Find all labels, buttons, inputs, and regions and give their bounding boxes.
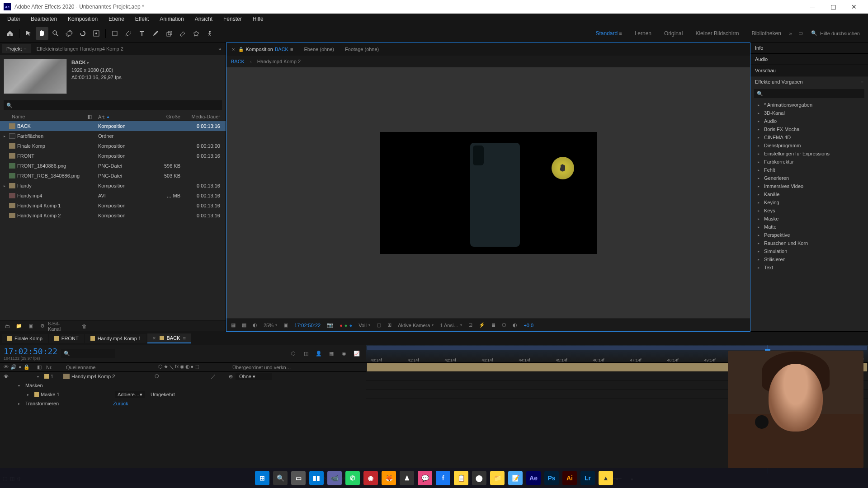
channel-icon[interactable]: ●●● bbox=[338, 323, 354, 328]
eraser-tool[interactable] bbox=[176, 27, 189, 40]
effect-category[interactable]: ▸Immersives Video bbox=[750, 182, 868, 190]
project-item[interactable]: FRONT_1840886.pngPNG-Datei596 KB bbox=[0, 161, 226, 171]
resolution-icon[interactable]: ▣ bbox=[282, 322, 290, 328]
taskbar-app-icon[interactable]: ▭ bbox=[291, 471, 306, 485]
effect-category[interactable]: ▸* Animationsvorgaben bbox=[750, 101, 868, 109]
taskbar-app-icon[interactable]: ⬤ bbox=[472, 471, 486, 485]
pixel-aspect-icon[interactable]: ⊡ bbox=[467, 322, 474, 328]
text-tool[interactable] bbox=[136, 27, 148, 40]
taskbar-app-icon[interactable]: ♟ bbox=[400, 471, 414, 485]
home-tool[interactable] bbox=[4, 27, 16, 40]
graph-editor-icon[interactable]: 📈 bbox=[351, 348, 362, 359]
col-nr[interactable]: Nr. bbox=[46, 365, 64, 370]
puppet-tool[interactable] bbox=[203, 27, 216, 40]
new-comp-icon[interactable]: ▣ bbox=[26, 322, 35, 331]
effect-category[interactable]: ▸Generieren bbox=[750, 174, 868, 182]
breadcrumb-child[interactable]: Handy.mp4 Komp 2 bbox=[257, 59, 301, 64]
panel-overflow[interactable]: » bbox=[216, 46, 224, 52]
timeline-timecode[interactable]: 17:02:50:22 bbox=[4, 347, 57, 356]
effect-category[interactable]: ▸Boris FX Mocha bbox=[750, 125, 868, 133]
camera-dropdown[interactable]: Aktive Kamera bbox=[396, 323, 436, 328]
workspace-lernen[interactable]: Lernen bbox=[630, 28, 656, 38]
effect-category[interactable]: ▸CINEMA 4D bbox=[750, 133, 868, 141]
minimize-button[interactable]: ─ bbox=[802, 0, 823, 14]
mask-twisty[interactable]: ▸ bbox=[27, 393, 33, 397]
project-item[interactable]: Finale KompKomposition0:00:10:00 bbox=[0, 141, 226, 151]
grid-icon[interactable]: ⊞ bbox=[386, 322, 393, 328]
close-button[interactable]: ✕ bbox=[844, 0, 864, 14]
taskbar-app-icon[interactable]: Ae bbox=[526, 471, 541, 485]
effect-category[interactable]: ▸Fehlt bbox=[750, 166, 868, 174]
exposure-value[interactable]: +0,0 bbox=[522, 323, 535, 328]
col-name[interactable]: Name bbox=[4, 114, 87, 120]
roi-icon[interactable]: ▢ bbox=[375, 322, 383, 328]
project-item[interactable]: FRONT_RGB_1840886.pngPNG-Datei503 KB bbox=[0, 171, 226, 181]
taskbar-app-icon[interactable]: 🔍 bbox=[273, 471, 288, 485]
transparency-icon[interactable]: ▩ bbox=[240, 322, 248, 328]
transform-twisty[interactable]: ▸ bbox=[18, 402, 24, 406]
breadcrumb-root[interactable]: BACK bbox=[231, 59, 245, 64]
workspace-original[interactable]: Original bbox=[660, 28, 687, 38]
effect-category[interactable]: ▸Einstellungen für Expressions bbox=[750, 150, 868, 158]
taskbar-app-icon[interactable]: 📹 bbox=[327, 471, 342, 485]
close-icon[interactable]: × bbox=[153, 335, 156, 341]
effect-category[interactable]: ▸Farbkorrektur bbox=[750, 158, 868, 166]
layer-twisty[interactable]: ▾ bbox=[37, 375, 42, 379]
selected-item-name[interactable]: BACK bbox=[71, 59, 222, 66]
project-item[interactable]: Handy.mp4 Komp 2Komposition0:00:13:16 bbox=[0, 211, 226, 221]
timeline-search[interactable]: 🔍 bbox=[61, 349, 115, 358]
video-column-icon[interactable]: 👁 bbox=[4, 364, 9, 370]
layer-row[interactable]: 👁 ▾ 1 Handy.mp4 Komp 2 ⬡／ ⊚ Ohne ▾ bbox=[0, 372, 366, 381]
effect-category[interactable]: ▸Kanäle bbox=[750, 190, 868, 198]
transform-group[interactable]: ▸ Transformieren Zurück bbox=[0, 399, 366, 408]
effect-category[interactable]: ▸Audio bbox=[750, 117, 868, 125]
workspace-standard[interactable]: Standard ≡ bbox=[591, 28, 626, 38]
motion-blur-icon[interactable]: ◉ bbox=[339, 348, 349, 359]
parent-dropdown[interactable]: Ohne ▾ bbox=[236, 373, 272, 380]
col-duration[interactable]: Media-Dauer bbox=[180, 114, 222, 120]
parent-pickwhip-icon[interactable]: ⊚ bbox=[229, 374, 233, 380]
mask-inverted-label[interactable]: Umgekehrt bbox=[151, 392, 175, 397]
effects-list[interactable]: ▸* Animationsvorgaben▸3D-Kanal▸Audio▸Bor… bbox=[750, 100, 868, 272]
new-folder-icon[interactable]: 📁 bbox=[14, 322, 24, 331]
timeline-tab[interactable]: Finale Komp bbox=[2, 334, 48, 343]
taskbar-app-icon[interactable]: ✆ bbox=[345, 471, 360, 485]
close-icon[interactable]: × bbox=[232, 47, 235, 52]
views-dropdown[interactable]: 1 Ansi… bbox=[438, 323, 464, 328]
taskbar-app-icon[interactable]: ▮▮ bbox=[309, 471, 324, 485]
trash-icon[interactable]: 🗑 bbox=[80, 322, 89, 331]
col-parent[interactable]: Übergeordnet und verkn… bbox=[232, 365, 362, 370]
selection-tool[interactable] bbox=[22, 27, 35, 40]
solo-column-icon[interactable]: ● bbox=[19, 364, 22, 370]
taskbar-app-icon[interactable]: 💬 bbox=[418, 471, 432, 485]
timeline-tab[interactable]: Handy.mp4 Komp 1 bbox=[85, 334, 146, 343]
layer-viewer-tab[interactable]: Ebene (ohne) bbox=[300, 45, 338, 54]
col-source[interactable]: Quellenname bbox=[66, 365, 156, 370]
project-item[interactable]: ▸HandyKomposition0:00:13:16 bbox=[0, 181, 226, 191]
taskbar-app-icon[interactable]: f bbox=[436, 471, 450, 485]
bpc-toggle[interactable]: 8-Bit-Kanal bbox=[50, 322, 59, 331]
effect-category[interactable]: ▸3D-Kanal bbox=[750, 109, 868, 117]
masks-twisty[interactable]: ▾ bbox=[18, 384, 24, 388]
effects-panel-header[interactable]: Effekte und Vorgaben≡ bbox=[750, 76, 868, 87]
workspace-bibliotheken[interactable]: Bibliotheken bbox=[747, 28, 785, 38]
workspace-reset-icon[interactable]: ▭ bbox=[796, 30, 806, 36]
mask-row[interactable]: ▸ Maske 1 Addiere… ▾ Umgekehrt bbox=[0, 390, 366, 399]
shape-tool[interactable] bbox=[108, 27, 121, 40]
comp-viewer-tab[interactable]: × 🔒 Komposition BACK ≡ bbox=[228, 45, 297, 54]
project-item[interactable]: Handy.mp4AVI… MB0:00:13:16 bbox=[0, 191, 226, 201]
hand-tool[interactable] bbox=[36, 27, 48, 40]
project-item[interactable]: ▸FarbflächenOrdner bbox=[0, 131, 226, 141]
effect-category[interactable]: ▸Simulation bbox=[750, 247, 868, 255]
project-list[interactable]: BACKKomposition0:00:13:16▸FarbflächenOrd… bbox=[0, 121, 226, 320]
work-area-bar[interactable] bbox=[367, 346, 867, 350]
clone-tool[interactable] bbox=[163, 27, 175, 40]
audio-panel-header[interactable]: Audio bbox=[750, 54, 868, 65]
layer-name[interactable]: Handy.mp4 Komp 2 bbox=[71, 374, 153, 379]
menu-effekt[interactable]: Effekt bbox=[130, 14, 154, 24]
taskbar-app-icon[interactable]: ◉ bbox=[363, 471, 378, 485]
effect-category[interactable]: ▸Text bbox=[750, 263, 868, 272]
help-search[interactable]: 🔍 Hilfe durchsuchen bbox=[807, 30, 864, 36]
transform-reset[interactable]: Zurück bbox=[113, 401, 128, 406]
timeline-tab[interactable]: ×BACK ≡ bbox=[147, 333, 191, 343]
